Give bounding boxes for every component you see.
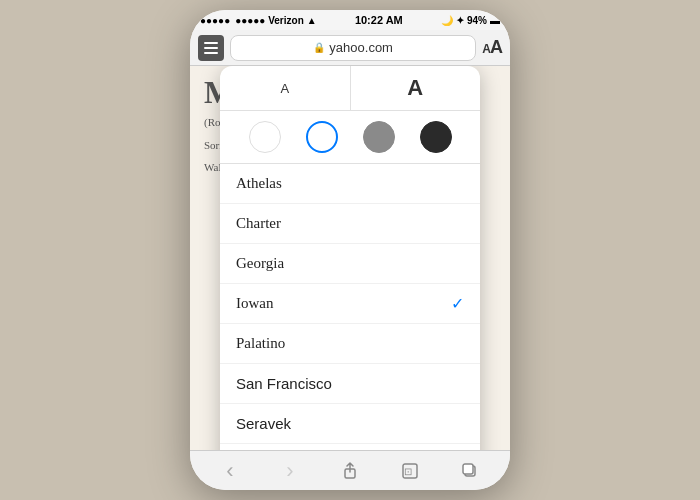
svg-text:⊡: ⊡ [404,466,412,477]
font-item-georgia[interactable]: Georgia [220,244,480,284]
font-item-san-francisco[interactable]: San Francisco [220,364,480,404]
bookmarks-button[interactable]: ⊡ [394,455,426,487]
font-name-iowan: Iowan [236,295,274,312]
browser-toolbar: 🔒 yahoo.com AA [190,30,510,66]
font-item-seravek[interactable]: Seravek [220,404,480,444]
font-name-palatino: Palatino [236,335,285,352]
menu-button[interactable] [198,35,224,61]
battery-label: 94% [467,15,487,26]
url-bar[interactable]: 🔒 yahoo.com [230,35,476,61]
increase-font-button[interactable]: A [351,66,481,110]
forward-button[interactable]: › [274,455,306,487]
tabs-button[interactable] [454,455,486,487]
moon-icon: 🌙 [441,15,453,26]
font-size-row: A A [220,66,480,111]
theme-white-button[interactable] [249,121,281,153]
status-left: ●●●●● ●●●●● Verizon ▲ [200,15,317,26]
large-font-label: A [407,75,423,101]
large-a-label: A [490,37,502,57]
theme-row [220,111,480,164]
time-display: 10:22 AM [355,14,403,26]
font-name-charter: Charter [236,215,281,232]
font-item-charter[interactable]: Charter [220,204,480,244]
font-name-athelas: Athelas [236,175,282,192]
carrier-label: ●●●●● Verizon [235,15,304,26]
font-name-georgia: Georgia [236,255,284,272]
bluetooth-icon: ✦ [456,15,464,26]
reader-mode-button[interactable]: AA [482,37,502,58]
font-name-san-francisco: San Francisco [236,375,332,392]
signal-dots: ●●●●● [200,15,230,26]
font-item-palatino[interactable]: Palatino [220,324,480,364]
phone-frame: ●●●●● ●●●●● Verizon ▲ 10:22 AM 🌙 ✦ 94% ▬… [190,10,510,490]
lock-icon: 🔒 [313,42,325,53]
font-name-seravek: Seravek [236,415,291,432]
menu-lines-icon [204,42,218,54]
small-font-label: A [280,81,289,96]
theme-gray-button[interactable] [363,121,395,153]
wifi-icon: ▲ [307,15,317,26]
status-right: 🌙 ✦ 94% ▬ [441,15,500,26]
decrease-font-button[interactable]: A [220,66,351,110]
page-content: M (Rob P Sorry, pay $9 If it's perso mus… [190,66,510,450]
share-button[interactable] [334,455,366,487]
bottom-bar: ‹ › ⊡ [190,450,510,490]
theme-sepia-button[interactable] [306,121,338,153]
small-a-label: A [482,42,490,56]
font-list: Athelas Charter Georgia Iowan ✓ Palatino… [220,164,480,450]
svg-rect-4 [463,464,473,474]
battery-icon: ▬ [490,15,500,26]
url-text: yahoo.com [329,40,393,55]
iowan-checkmark: ✓ [451,294,464,313]
font-item-times-new-roman[interactable]: Times New Roman [220,444,480,450]
back-button[interactable]: ‹ [214,455,246,487]
status-bar: ●●●●● ●●●●● Verizon ▲ 10:22 AM 🌙 ✦ 94% ▬ [190,10,510,30]
font-item-athelas[interactable]: Athelas [220,164,480,204]
theme-dark-button[interactable] [420,121,452,153]
reader-popup: A A Athelas Charter [220,66,480,450]
font-item-iowan[interactable]: Iowan ✓ [220,284,480,324]
